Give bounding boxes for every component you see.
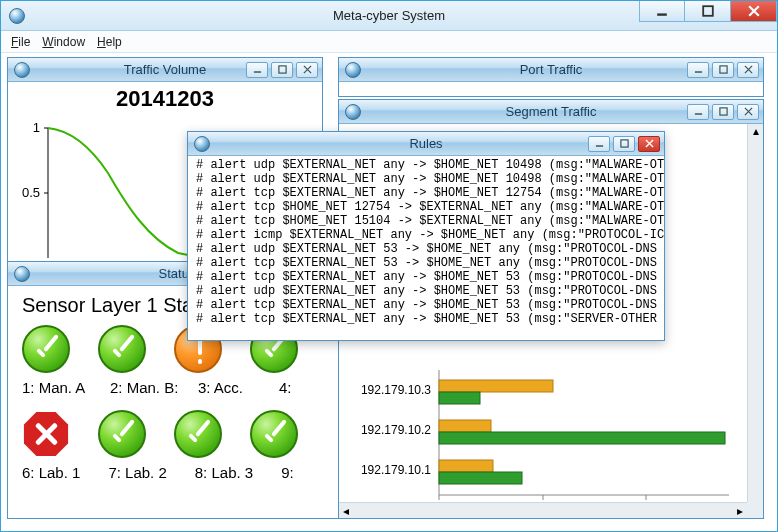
titlebar-rules[interactable]: Rules bbox=[188, 132, 664, 156]
minimize-button[interactable] bbox=[687, 62, 709, 78]
menubar: File Window Help bbox=[1, 31, 777, 53]
title-traffic-volume: Traffic Volume bbox=[124, 62, 206, 77]
menu-file[interactable]: File bbox=[11, 35, 30, 49]
main-titlebar[interactable]: Meta-cyber System bbox=[1, 1, 777, 31]
svg-rect-10 bbox=[719, 108, 726, 115]
bar-B bbox=[439, 432, 725, 444]
svg-rect-16 bbox=[595, 145, 602, 146]
status-badge-error-icon bbox=[22, 410, 70, 458]
globe-icon bbox=[14, 62, 30, 78]
ytick-0-5: 0.5 bbox=[22, 185, 40, 200]
close-button[interactable] bbox=[296, 62, 318, 78]
scroll-right-icon[interactable]: ▸ bbox=[733, 504, 747, 518]
app-title: Meta-cyber System bbox=[333, 8, 445, 23]
main-minimize-button[interactable] bbox=[639, 0, 685, 22]
svg-rect-1 bbox=[703, 6, 713, 16]
status-badge-ok-icon bbox=[174, 410, 222, 458]
maximize-button[interactable] bbox=[271, 62, 293, 78]
scroll-corner bbox=[747, 502, 763, 518]
app-icon bbox=[9, 8, 25, 24]
svg-rect-4 bbox=[253, 71, 260, 72]
globe-icon bbox=[345, 62, 361, 78]
minimize-button[interactable] bbox=[588, 136, 610, 152]
close-button[interactable] bbox=[638, 136, 660, 152]
status-badge-ok-icon bbox=[250, 410, 298, 458]
status-label: 9: bbox=[281, 464, 332, 481]
scroll-up-icon[interactable]: ▴ bbox=[749, 124, 763, 138]
svg-rect-17 bbox=[620, 140, 627, 147]
maximize-button[interactable] bbox=[712, 104, 734, 120]
menu-help[interactable]: Help bbox=[97, 35, 122, 49]
status-label: 6: Lab. 1 bbox=[22, 464, 80, 481]
status-label: 4: bbox=[279, 379, 332, 396]
status-label: 2: Man. B: bbox=[110, 379, 170, 396]
bar-B bbox=[439, 392, 480, 404]
svg-rect-9 bbox=[694, 113, 701, 114]
maximize-button[interactable] bbox=[712, 62, 734, 78]
globe-icon bbox=[345, 104, 361, 120]
maximize-button[interactable] bbox=[613, 136, 635, 152]
main-maximize-button[interactable] bbox=[685, 0, 731, 22]
globe-icon bbox=[194, 136, 210, 152]
scroll-left-icon[interactable]: ◂ bbox=[339, 504, 353, 518]
menu-window[interactable]: Window bbox=[42, 35, 85, 49]
rules-text[interactable]: # alert udp $EXTERNAL_NET any -> $HOME_N… bbox=[188, 156, 664, 330]
status-label: 7: Lab. 2 bbox=[108, 464, 166, 481]
status-label: 3: Acc. bbox=[198, 379, 251, 396]
title-rules: Rules bbox=[409, 136, 442, 151]
horizontal-scrollbar[interactable]: ◂ ▸ bbox=[339, 502, 747, 518]
titlebar-segment-traffic[interactable]: Segment Traffic bbox=[339, 100, 763, 124]
minimize-button[interactable] bbox=[687, 104, 709, 120]
svg-rect-2 bbox=[694, 71, 701, 72]
bar-A bbox=[439, 460, 493, 472]
titlebar-traffic-volume[interactable]: Traffic Volume bbox=[8, 58, 322, 82]
titlebar-port-traffic[interactable]: Port Traffic bbox=[339, 58, 763, 82]
minimize-button[interactable] bbox=[246, 62, 268, 78]
status-row-2-labels: 6: Lab. 1 7: Lab. 2 8: Lab. 3 9: bbox=[22, 464, 332, 481]
svg-rect-5 bbox=[278, 66, 285, 73]
status-row-1-labels: 1: Man. A 2: Man. B: 3: Acc. 4: bbox=[22, 379, 332, 396]
bar-A bbox=[439, 380, 553, 392]
close-button[interactable] bbox=[737, 62, 759, 78]
svg-rect-0 bbox=[657, 13, 667, 15]
status-label: 1: Man. A bbox=[22, 379, 82, 396]
status-label: 8: Lab. 3 bbox=[195, 464, 253, 481]
bar-B bbox=[439, 472, 522, 484]
main-close-button[interactable] bbox=[731, 0, 777, 22]
title-port-traffic: Port Traffic bbox=[520, 62, 583, 77]
status-row-2-badges bbox=[22, 410, 332, 458]
seg-label: 192.179.10.1 bbox=[361, 463, 431, 477]
globe-icon bbox=[14, 266, 30, 282]
status-badge-ok-icon bbox=[22, 325, 70, 373]
window-rules[interactable]: Rules # alert udp $EXTERNAL_NET any -> $… bbox=[187, 131, 665, 341]
close-button[interactable] bbox=[737, 104, 759, 120]
seg-label: 192.179.10.3 bbox=[361, 383, 431, 397]
window-port-traffic[interactable]: Port Traffic bbox=[338, 57, 764, 97]
svg-rect-3 bbox=[719, 66, 726, 73]
bar-A bbox=[439, 420, 491, 432]
status-badge-ok-icon bbox=[98, 325, 146, 373]
seg-label: 192.179.10.2 bbox=[361, 423, 431, 437]
mdi-area: Port Traffic Traffic Volume 20141203 bbox=[1, 53, 777, 531]
ytick-1: 1 bbox=[33, 120, 40, 135]
vertical-scrollbar[interactable]: ▴ ▾ bbox=[747, 124, 763, 518]
status-badge-ok-icon bbox=[98, 410, 146, 458]
traffic-volume-date: 20141203 bbox=[18, 86, 312, 112]
title-segment-traffic: Segment Traffic bbox=[506, 104, 597, 119]
